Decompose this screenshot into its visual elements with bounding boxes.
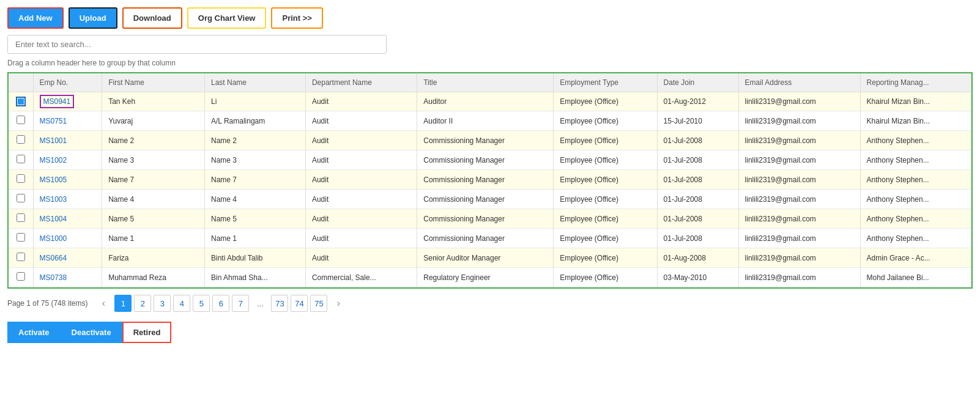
bottom-toolbar: Activate Deactivate Retired (7, 322, 973, 343)
row-checkbox[interactable] (17, 213, 25, 222)
emp-no-link[interactable]: MS1001 (40, 136, 67, 145)
date-join-cell: 01-Jul-2008 (657, 170, 738, 190)
date-join-cell: 01-Jul-2008 (657, 209, 738, 229)
retired-button[interactable]: Retired (122, 322, 172, 343)
department-cell: Commercial, Sale... (305, 268, 417, 287)
date-join-cell: 01-Jul-2008 (657, 190, 738, 209)
first-name-cell: Tan Keh (102, 92, 205, 111)
department-cell: Audit (305, 111, 417, 131)
email-cell: linlili2319@gmail.com (738, 229, 860, 248)
table-row: MS1001Name 2Name 2AuditCommissioning Man… (9, 131, 971, 150)
first-name-cell: Name 4 (102, 190, 205, 209)
page-75-button[interactable]: 75 (310, 295, 327, 312)
row-checkbox-cell (9, 92, 33, 111)
emp-no-cell: MS1002 (33, 150, 102, 170)
emp-type-cell: Employee (Office) (554, 131, 657, 150)
activate-button[interactable]: Activate (7, 322, 61, 343)
department-cell: Audit (305, 170, 417, 190)
last-name-cell: Name 1 (204, 229, 305, 248)
first-name-cell: Name 3 (102, 150, 205, 170)
page-info: Page 1 of 75 (748 items) (7, 299, 87, 308)
emp-no-link[interactable]: MS0738 (40, 273, 67, 282)
page-6-button[interactable]: 6 (212, 295, 229, 312)
row-checkbox[interactable] (17, 272, 25, 281)
reporting-manager-cell: Anthony Stephen... (860, 190, 971, 209)
title-cell: Regulatory Engineer (417, 268, 554, 287)
emp-no-link[interactable]: MS1003 (40, 195, 67, 204)
header-last-name[interactable]: Last Name (204, 73, 305, 92)
row-checkbox-cell (9, 131, 33, 150)
header-reporting-manager[interactable]: Reporting Manag... (860, 73, 971, 92)
header-emp-no[interactable]: Emp No. (33, 73, 102, 92)
header-department[interactable]: Department Name (305, 73, 417, 92)
first-name-cell: Name 2 (102, 131, 205, 150)
page-4-button[interactable]: 4 (173, 295, 190, 312)
last-name-cell: Name 7 (204, 170, 305, 190)
header-date-join[interactable]: Date Join (657, 73, 738, 92)
emp-no-link[interactable]: MS1004 (40, 215, 67, 223)
department-cell: Audit (305, 248, 417, 268)
date-join-cell: 01-Jul-2008 (657, 150, 738, 170)
row-checkbox[interactable] (17, 233, 25, 242)
prev-page-button[interactable]: ‹ (95, 295, 112, 312)
emp-no-cell: MS1004 (33, 209, 102, 229)
emp-no-link[interactable]: MS0751 (40, 117, 67, 125)
row-checkbox[interactable] (17, 253, 25, 261)
row-checkbox[interactable] (17, 194, 25, 202)
table-row: MS1000Name 1Name 1AuditCommissioning Man… (9, 229, 971, 248)
header-first-name[interactable]: First Name (102, 73, 205, 92)
table-row: MS0751YuvarajA/L RamalingamAuditAuditor … (9, 111, 971, 131)
last-name-cell: Bin Ahmad Sha... (204, 268, 305, 287)
first-name-cell: Fariza (102, 248, 205, 268)
header-emp-type[interactable]: Employment Type (554, 73, 657, 92)
emp-no-cell: MS0664 (33, 248, 102, 268)
header-checkbox-cell (9, 73, 33, 92)
table-wrapper: Emp No. First Name Last Name Department … (7, 72, 973, 289)
emp-no-link[interactable]: MS0941 (40, 95, 75, 108)
title-cell: Commissioning Manager (417, 170, 554, 190)
pagination-bar: Page 1 of 75 (748 items) ‹ 1 2 3 4 5 6 7… (7, 289, 973, 318)
page-74-button[interactable]: 74 (291, 295, 308, 312)
row-checkbox[interactable] (17, 116, 25, 124)
org-chart-button[interactable]: Org Chart View (187, 7, 267, 29)
first-name-cell: Yuvaraj (102, 111, 205, 131)
page-7-button[interactable]: 7 (232, 295, 249, 312)
header-email[interactable]: Email Address (738, 73, 860, 92)
emp-no-link[interactable]: MS1000 (40, 234, 67, 243)
upload-button[interactable]: Upload (69, 7, 117, 29)
title-cell: Auditor II (417, 111, 554, 131)
add-new-button[interactable]: Add New (7, 7, 64, 29)
row-checkbox[interactable] (17, 135, 25, 144)
email-cell: linlili2319@gmail.com (738, 170, 860, 190)
title-cell: Commissioning Manager (417, 131, 554, 150)
emp-type-cell: Employee (Office) (554, 150, 657, 170)
last-name-cell: A/L Ramalingam (204, 111, 305, 131)
department-cell: Audit (305, 229, 417, 248)
next-page-button[interactable]: › (330, 295, 347, 312)
department-cell: Audit (305, 92, 417, 111)
page-3-button[interactable]: 3 (154, 295, 171, 312)
print-button[interactable]: Print >> (271, 7, 322, 29)
email-cell: linlili2319@gmail.com (738, 131, 860, 150)
row-checkbox[interactable] (16, 97, 26, 106)
department-cell: Audit (305, 150, 417, 170)
emp-no-link[interactable]: MS1005 (40, 176, 67, 184)
download-button[interactable]: Download (122, 7, 182, 29)
emp-no-link[interactable]: MS0664 (40, 254, 67, 262)
deactivate-button[interactable]: Deactivate (61, 322, 122, 343)
row-checkbox[interactable] (17, 155, 25, 163)
header-title[interactable]: Title (417, 73, 554, 92)
row-checkbox-cell (9, 190, 33, 209)
page-5-button[interactable]: 5 (193, 295, 210, 312)
reporting-manager-cell: Anthony Stephen... (860, 229, 971, 248)
reporting-manager-cell: Khairul Mizan Bin... (860, 92, 971, 111)
page-2-button[interactable]: 2 (134, 295, 151, 312)
row-checkbox[interactable] (17, 174, 25, 183)
page-1-button[interactable]: 1 (114, 295, 132, 312)
page-73-button[interactable]: 73 (271, 295, 288, 312)
table-row: MS0664FarizaBinti Abdul TalibAuditSenior… (9, 248, 971, 268)
row-checkbox-cell (9, 229, 33, 248)
emp-no-link[interactable]: MS1002 (40, 156, 67, 164)
search-input[interactable] (7, 35, 387, 54)
reporting-manager-cell: Khairul Mizan Bin... (860, 111, 971, 131)
